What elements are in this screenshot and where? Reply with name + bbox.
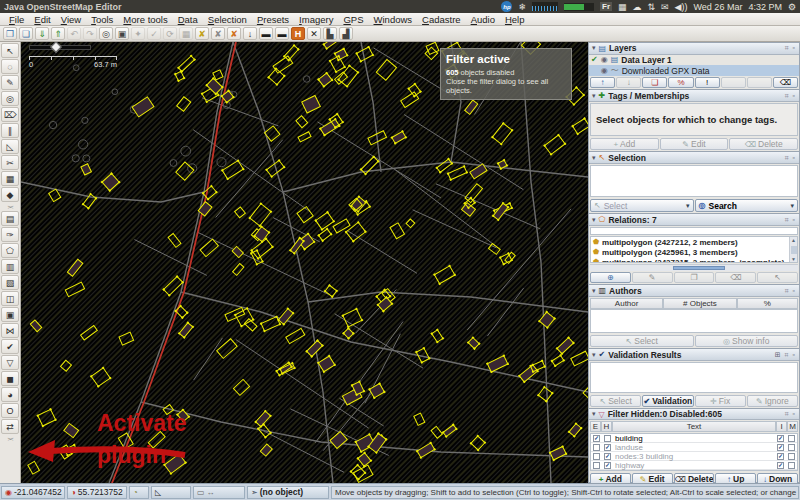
layers-toggle[interactable]: ▤ <box>1 211 19 226</box>
layer-up-button[interactable]: ↑ <box>590 77 615 88</box>
grid-tool[interactable]: ▦ <box>1 171 19 186</box>
menu-file[interactable]: File <box>4 14 29 25</box>
menu-tools[interactable]: Tools <box>86 14 118 25</box>
osb-toggle[interactable]: O <box>1 403 19 418</box>
volume-icon[interactable]: ◀)) <box>675 2 688 12</box>
bookmarks-toggle[interactable]: ◫ <box>1 291 19 306</box>
panel-controls[interactable]: ⌗ ▫ <box>785 92 796 100</box>
network-icon[interactable]: ⇅ <box>648 2 656 12</box>
point-down-icon[interactable]: ↓ <box>243 27 257 40</box>
enable-checkbox[interactable] <box>593 444 600 451</box>
hide-checkbox[interactable] <box>604 435 611 442</box>
relation-edit-button[interactable]: ✎ <box>632 272 673 283</box>
filter-toggle[interactable]: ▽ <box>1 355 19 370</box>
menu-windows[interactable]: Windows <box>369 14 418 25</box>
open-file-icon[interactable]: ❐ <box>3 27 17 40</box>
relations-toggle[interactable]: ⬠ <box>1 243 19 258</box>
layer-warning-button[interactable]: ! <box>695 77 720 88</box>
relations-filter-input[interactable] <box>590 227 798 235</box>
mail-icon[interactable]: ✉ <box>661 2 669 12</box>
selection-search-dropdown[interactable]: ◎Search▾ <box>695 199 799 212</box>
close-session-icon[interactable]: ✕ <box>307 27 321 40</box>
filter-col-text[interactable]: Text <box>612 421 776 432</box>
menu-data[interactable]: Data <box>173 14 203 25</box>
select-tool[interactable]: ↖ <box>1 43 19 58</box>
area-select-icon[interactable]: ▦ <box>179 27 193 40</box>
template-tool[interactable]: ◆ <box>1 187 19 202</box>
layers-panel-header[interactable]: ▾ ▤ Layers ⌗ ▫ <box>589 43 799 55</box>
selection-list[interactable] <box>590 165 798 197</box>
layer-active-check-icon[interactable]: ✔ <box>591 55 598 64</box>
layer-blank2-button[interactable] <box>747 77 772 88</box>
collapse-icon[interactable]: ▾ <box>592 44 596 52</box>
collapse-icon[interactable]: ▾ <box>592 154 596 162</box>
mode-checkbox[interactable] <box>788 444 795 451</box>
layer-down-button[interactable]: ↓ <box>616 77 641 88</box>
panel-controls[interactable]: ⌗ ▫ <box>785 44 796 52</box>
tags-panel-header[interactable]: ▾ ✚ Tags / Memberships ⌗ ▫ <box>589 90 799 102</box>
layer-visible-eye-icon[interactable]: ◉ <box>601 66 608 75</box>
authors-col-author[interactable]: Author <box>590 298 663 309</box>
filter-col-i[interactable]: I <box>776 421 787 432</box>
angle-tool[interactable]: ◺ <box>1 139 19 154</box>
history-toggle[interactable]: ◕ <box>1 387 19 402</box>
map-toggle[interactable]: ▣ <box>1 307 19 322</box>
inactive-checkbox[interactable]: ✓ <box>777 462 784 469</box>
printer-icon[interactable]: ▦ <box>618 2 627 12</box>
menu-presets[interactable]: Presets <box>252 14 294 25</box>
validation-results-list[interactable] <box>590 362 798 393</box>
filter-col-e[interactable]: E <box>590 421 601 432</box>
layer-duplicate-button[interactable]: ❏ <box>642 77 667 88</box>
relation-delete-button[interactable]: ⌫ <box>715 272 756 283</box>
selection-panel-header[interactable]: ▾ ↖ Selection ⌗ ▫ <box>589 152 799 164</box>
relations-vertical-scrollbar[interactable]: ▲▼ <box>789 237 797 262</box>
redo-icon[interactable]: ↷ <box>83 27 97 40</box>
tags-add-button[interactable]: +Add <box>590 138 659 150</box>
wms-building-icon[interactable]: ▟ <box>339 27 353 40</box>
collapse-icon[interactable]: ▾ <box>592 216 596 224</box>
authors-col-percent[interactable]: % <box>737 298 798 309</box>
menu-imagery[interactable]: Imagery <box>294 14 338 25</box>
tags-delete-button[interactable]: ⌫Delete <box>729 138 798 150</box>
load-indicator[interactable] <box>564 3 594 11</box>
plugin-button[interactable]: ⇄ <box>1 419 19 434</box>
validation-ignore-button[interactable]: ✎Ignore <box>747 395 798 407</box>
panel-controls[interactable]: ⊞ ⌗ ▫ <box>775 351 796 359</box>
menu-view[interactable]: View <box>56 14 86 25</box>
enable-checkbox[interactable] <box>593 453 600 460</box>
authors-col-objects[interactable]: # Objects <box>663 298 736 309</box>
hide-checkbox[interactable]: ✓ <box>604 453 611 460</box>
mode-checkbox[interactable] <box>788 435 795 442</box>
layer-visible-eye-icon[interactable]: ◉ <box>601 55 608 64</box>
styles-toggle[interactable]: ✑ <box>1 227 19 242</box>
collapse-icon[interactable]: ▾ <box>592 287 596 295</box>
save-icon[interactable]: ❏ <box>19 27 33 40</box>
validation-panel-header[interactable]: ▾ ✔ Validation Results ⊞ ⌗ ▫ <box>589 349 799 361</box>
relations-panel-header[interactable]: ▾ ⬠ Relations: 7 ⌗ ▫ <box>589 214 799 226</box>
hide-checkbox[interactable]: ✓ <box>604 462 611 469</box>
menu-cadastre[interactable]: Cadastre <box>417 14 466 25</box>
authors-showinfo-button[interactable]: ◎Show info <box>695 335 799 347</box>
changeset-toggle[interactable]: ◼ <box>1 371 19 386</box>
preferences-dialog-icon[interactable]: ▣ <box>115 27 129 40</box>
imagery-toggle[interactable]: ▧ <box>1 275 19 290</box>
relation-list-item[interactable]: ⬟multipolygon (2427212, 2 members) <box>591 237 789 247</box>
layer-opacity-button[interactable]: % <box>668 77 693 88</box>
validation-run-button[interactable]: ✔Validation <box>642 395 693 407</box>
keyboard-layout-indicator[interactable]: Fr <box>600 2 612 11</box>
layer-delete-button[interactable]: ⌫ <box>773 77 798 88</box>
gear-icon[interactable]: ⚙ <box>788 2 796 12</box>
toolbar-collapse[interactable]: >< <box>1 203 19 210</box>
filter-row-highway[interactable]: ✓ highway ✓ <box>591 461 797 470</box>
tool-gray-icon[interactable]: ✘ <box>211 27 225 40</box>
validation-fix-button[interactable]: ✛Fix <box>695 395 746 407</box>
filter-panel-header[interactable]: ▾ ▽ Filter Hidden:0 Disabled:605 ⌗ ▫ <box>589 409 799 420</box>
validation-toggle[interactable]: ✔ <box>1 339 19 354</box>
relation-duplicate-button[interactable]: ❐ <box>674 272 715 283</box>
relation-list-item[interactable]: ⬟multipolygon (2425961, 3 members) <box>591 247 789 257</box>
zoom-slider-bar[interactable] <box>29 45 91 50</box>
collapse-icon[interactable]: ▾ <box>592 351 596 359</box>
validation-select-button[interactable]: ↖Select <box>590 395 641 407</box>
menu-audio[interactable]: Audio <box>466 14 500 25</box>
undo-icon[interactable]: ↶ <box>67 27 81 40</box>
